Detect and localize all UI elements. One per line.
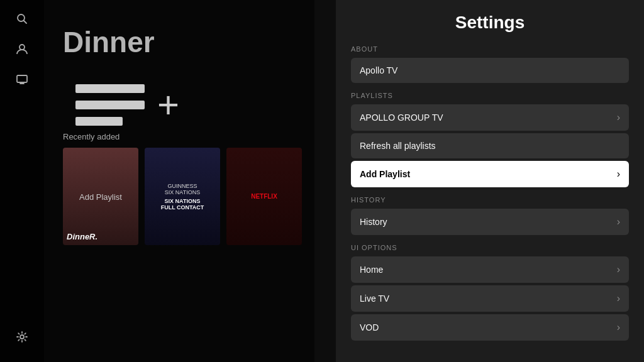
- chevron-right-icon: ›: [617, 293, 620, 304]
- chevron-right-icon: ›: [617, 322, 620, 333]
- item-label: Live TV: [360, 293, 389, 304]
- tv-icon[interactable]: [13, 70, 31, 88]
- add-playlist-overlay-label: Add Playlist: [79, 192, 122, 201]
- line-2: [75, 101, 145, 109]
- line-3: [75, 117, 123, 126]
- section-label-about: ABOUT: [351, 45, 629, 53]
- settings-title: Settings: [351, 13, 629, 33]
- settings-item-live-tv[interactable]: Live TV›: [351, 285, 629, 312]
- item-label: VOD: [360, 322, 379, 332]
- svg-line-1: [24, 21, 27, 24]
- item-label: History: [360, 217, 387, 227]
- left-panel: Dinner + Recently added DinneR. Add Play…: [44, 0, 314, 362]
- chevron-right-icon: ›: [617, 264, 620, 275]
- section-label-ui-options: UI OPTIONS: [351, 244, 629, 251]
- search-icon[interactable]: [13, 10, 31, 28]
- guinness-label: GUINNESSSIX NATIONS: [165, 183, 200, 195]
- thumbnail-dinner[interactable]: DinneR. Add Playlist: [63, 148, 138, 245]
- svg-rect-3: [17, 75, 27, 82]
- settings-panel: Settings ABOUTApollo TVPLAYLISTSAPOLLO G…: [336, 0, 644, 362]
- chevron-right-icon: ›: [617, 168, 620, 180]
- account-icon[interactable]: [13, 40, 31, 58]
- add-playlist-icon: +: [157, 86, 179, 124]
- thumbnail-six-nations[interactable]: GUINNESSSIX NATIONS SIX NATIONSFULL CONT…: [145, 148, 220, 245]
- settings-item-home[interactable]: Home›: [351, 256, 629, 283]
- settings-item-apollo-group-tv[interactable]: APOLLO GROUP TV›: [351, 104, 629, 131]
- chevron-right-icon: ›: [617, 112, 620, 123]
- svg-point-2: [19, 45, 25, 50]
- dinner-thumb-label: DinneR.: [67, 232, 135, 241]
- line-1: [75, 84, 145, 93]
- six-nations-thumb-label: SIX NATIONSFULL CONTACT: [161, 198, 204, 211]
- item-label: Add Playlist: [360, 169, 410, 179]
- settings-item-vod[interactable]: VOD›: [351, 314, 629, 341]
- thumbnail-netflix[interactable]: NETFLIX: [226, 148, 302, 245]
- settings-sections: ABOUTApollo TVPLAYLISTSAPOLLO GROUP TV›R…: [351, 45, 629, 341]
- chevron-right-icon: ›: [617, 216, 620, 228]
- section-label-playlists: PLAYLISTS: [351, 92, 629, 99]
- settings-item-add-playlist[interactable]: Add Playlist›: [351, 161, 629, 187]
- recently-added-label: Recently added: [63, 132, 302, 141]
- playlist-lines-icon: [75, 84, 145, 126]
- settings-item-apollo-tv[interactable]: Apollo TV: [351, 58, 629, 83]
- sidebar: [0, 0, 44, 362]
- section-title: Dinner: [63, 25, 302, 59]
- playlist-icon-area: +: [75, 84, 302, 126]
- section-label-history: HISTORY: [351, 196, 629, 204]
- settings-icon[interactable]: [13, 328, 31, 346]
- item-label: Refresh all playlists: [360, 141, 436, 151]
- item-label: Home: [360, 265, 383, 275]
- settings-item-refresh-all-playlists[interactable]: Refresh all playlists: [351, 133, 629, 158]
- svg-point-5: [20, 335, 24, 339]
- item-label: APOLLO GROUP TV: [360, 112, 443, 123]
- settings-item-history[interactable]: History›: [351, 209, 629, 235]
- item-label: Apollo TV: [360, 65, 397, 75]
- thumbnails-row: DinneR. Add Playlist GUINNESSSIX NATIONS…: [63, 148, 302, 245]
- netflix-label: NETFLIX: [251, 193, 277, 200]
